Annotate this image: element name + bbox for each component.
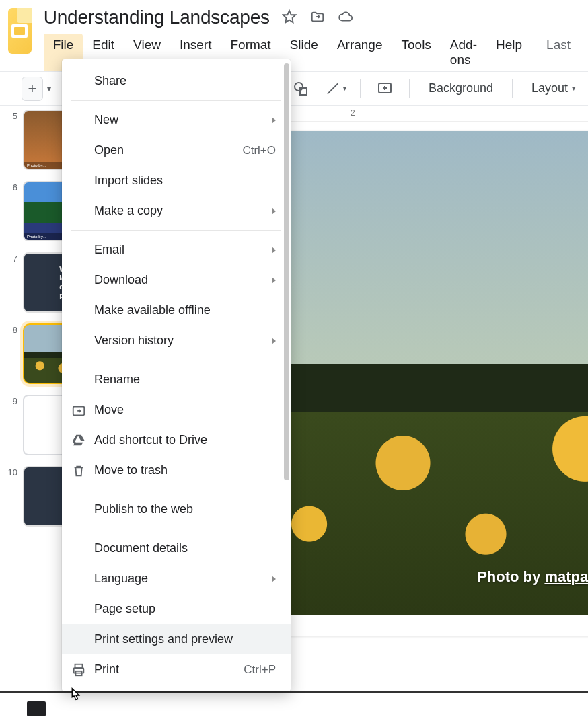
menu-arrange[interactable]: Arrange bbox=[328, 34, 392, 71]
filmstrip-view-icon[interactable] bbox=[27, 701, 46, 716]
credit-author-link[interactable]: matpaga bbox=[544, 568, 588, 585]
menu-help[interactable]: Help bbox=[486, 34, 531, 71]
svg-marker-0 bbox=[283, 10, 295, 22]
file-menu-rename[interactable]: Rename bbox=[62, 365, 291, 395]
submenu-caret-icon bbox=[272, 117, 276, 124]
file-menu-page-setup[interactable]: Page setup bbox=[62, 594, 291, 624]
file-menu-share[interactable]: Share bbox=[62, 66, 291, 96]
pointer-cursor-icon bbox=[65, 685, 85, 705]
thumb-number: 7 bbox=[4, 252, 17, 313]
file-menu-print-settings[interactable]: Print settings and preview bbox=[62, 624, 291, 654]
submenu-caret-icon bbox=[272, 338, 276, 344]
new-slide-dropdown-icon[interactable]: ▾ bbox=[47, 77, 57, 101]
file-menu-trash[interactable]: Move to trash bbox=[62, 455, 291, 486]
move-icon bbox=[71, 403, 86, 418]
new-slide-button[interactable]: + bbox=[22, 77, 43, 101]
layout-button[interactable]: Layout▾ bbox=[526, 77, 581, 100]
submenu-caret-icon bbox=[272, 208, 276, 215]
file-menu-version-history[interactable]: Version history bbox=[62, 326, 291, 356]
thumb-number: 9 bbox=[4, 395, 17, 455]
view-mode-bar bbox=[0, 691, 588, 725]
svg-point-2 bbox=[295, 83, 303, 91]
file-menu-new[interactable]: New bbox=[62, 105, 291, 135]
submenu-caret-icon bbox=[272, 576, 276, 582]
drive-icon bbox=[71, 433, 86, 448]
svg-rect-3 bbox=[300, 88, 307, 95]
slides-logo-icon bbox=[8, 8, 32, 54]
file-menu-open[interactable]: OpenCtrl+O bbox=[62, 135, 291, 165]
line-icon[interactable]: ▾ bbox=[325, 78, 346, 100]
document-title[interactable]: Understanding Landscapes bbox=[44, 7, 270, 28]
print-icon bbox=[71, 662, 86, 677]
svg-line-4 bbox=[328, 83, 338, 93]
shape-icon[interactable] bbox=[290, 78, 311, 100]
thumb-number: 6 bbox=[4, 181, 17, 241]
move-to-folder-icon[interactable] bbox=[310, 9, 325, 26]
file-menu-publish[interactable]: Publish to the web bbox=[62, 494, 291, 525]
file-menu-dropdown: Share New OpenCtrl+O Import slides Make … bbox=[62, 59, 291, 691]
file-menu-offline[interactable]: Make available offline bbox=[62, 295, 291, 326]
comment-icon[interactable] bbox=[374, 78, 396, 100]
menu-last-edit[interactable]: Last bbox=[537, 34, 580, 71]
submenu-caret-icon bbox=[272, 277, 276, 284]
file-menu-move[interactable]: Move bbox=[62, 395, 291, 425]
thumb-number: 8 bbox=[4, 323, 17, 384]
submenu-caret-icon bbox=[272, 247, 276, 254]
menu-addons[interactable]: Add-ons bbox=[441, 34, 486, 71]
file-menu-make-copy[interactable]: Make a copy bbox=[62, 196, 291, 226]
star-icon[interactable] bbox=[282, 9, 297, 26]
trash-icon bbox=[71, 463, 86, 478]
background-button[interactable]: Background bbox=[423, 77, 499, 100]
file-menu-import-slides[interactable]: Import slides bbox=[62, 165, 291, 196]
file-menu-download[interactable]: Download bbox=[62, 265, 291, 295]
file-menu-document-details[interactable]: Document details bbox=[62, 533, 291, 564]
thumb-number: 10 bbox=[4, 466, 17, 527]
file-menu-email[interactable]: Email bbox=[62, 235, 291, 265]
photo-credit: Photo by matpaga on Unsplash bbox=[477, 568, 588, 586]
cloud-status-icon[interactable] bbox=[338, 9, 353, 26]
thumb-number: 5 bbox=[4, 110, 17, 170]
file-menu-language[interactable]: Language bbox=[62, 564, 291, 594]
file-menu-print[interactable]: PrintCtrl+P bbox=[62, 654, 291, 685]
file-menu-add-shortcut[interactable]: Add shortcut to Drive bbox=[62, 425, 291, 455]
menu-tools[interactable]: Tools bbox=[392, 34, 441, 71]
